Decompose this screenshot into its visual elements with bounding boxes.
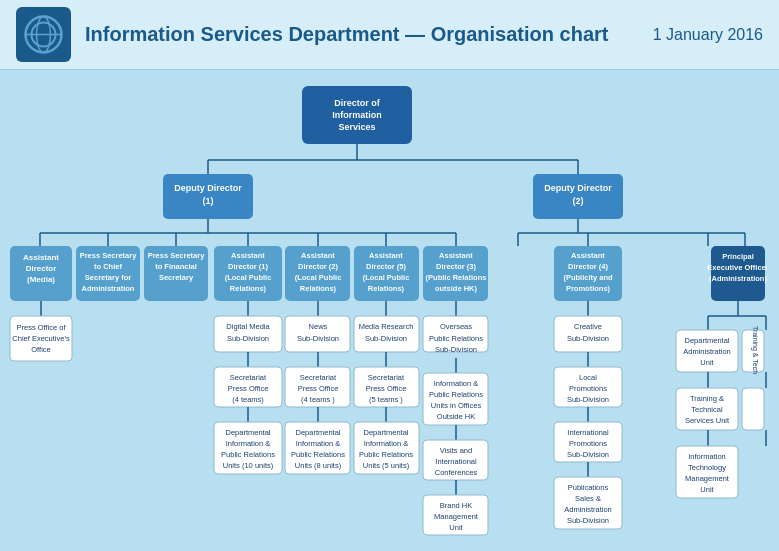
svg-text:Administration: Administration [683,347,731,356]
svg-text:Relations): Relations) [230,284,267,293]
svg-text:Units (8 units): Units (8 units) [295,461,342,470]
svg-text:Management: Management [685,474,730,483]
svg-text:Secretariat: Secretariat [300,373,337,382]
main-org-svg: Director of Information Services Deputy … [8,78,767,551]
page-header: Information Services Department — Organi… [0,0,779,70]
svg-text:Press Office: Press Office [366,384,407,393]
svg-text:International: International [567,428,609,437]
svg-text:Secretary: Secretary [159,273,194,282]
svg-text:Assistant: Assistant [23,253,59,262]
svg-text:(Administration): (Administration) [709,274,767,283]
svg-text:Administration: Administration [564,505,612,514]
svg-text:Units (10 units): Units (10 units) [223,461,274,470]
svg-text:to Financial: to Financial [155,262,197,271]
svg-text:(Media): (Media) [27,275,55,284]
svg-text:Information &: Information & [296,439,341,448]
svg-text:Units in Offices: Units in Offices [431,401,482,410]
svg-text:Departmental: Departmental [295,428,340,437]
svg-text:Deputy Director: Deputy Director [174,183,242,193]
svg-text:Promotions: Promotions [569,384,607,393]
svg-text:Local: Local [579,373,597,382]
svg-text:outside HK): outside HK) [435,284,478,293]
svg-text:(5 teams ): (5 teams ) [369,395,403,404]
svg-text:Brand HK: Brand HK [440,501,473,510]
svg-text:(Publicity and: (Publicity and [563,273,613,282]
svg-text:Unit: Unit [700,485,714,494]
svg-text:Training & Tech: Training & Tech [751,326,759,374]
svg-text:Public Relations: Public Relations [221,450,275,459]
svg-text:Assistant: Assistant [231,251,265,260]
svg-text:News: News [309,322,328,331]
svg-text:Information &: Information & [226,439,271,448]
svg-text:Overseas: Overseas [440,322,472,331]
svg-text:Director (3): Director (3) [436,262,477,271]
svg-text:Secretariat: Secretariat [230,373,267,382]
svg-text:(2): (2) [573,196,584,206]
svg-text:Deputy Director: Deputy Director [544,183,612,193]
svg-text:(Local Public: (Local Public [363,273,410,282]
svg-text:Sub-Division: Sub-Division [365,334,407,343]
svg-text:to Chief: to Chief [94,262,122,271]
svg-text:Departmental: Departmental [684,336,729,345]
svg-text:Relations): Relations) [368,284,405,293]
svg-text:Assistant: Assistant [571,251,605,260]
svg-text:Conferences: Conferences [435,468,478,477]
svg-text:Outside HK: Outside HK [437,412,475,421]
svg-text:Office: Office [31,345,50,354]
svg-text:Services: Services [338,122,375,132]
svg-text:Digital Media: Digital Media [226,322,270,331]
svg-text:Director (2): Director (2) [298,262,339,271]
svg-text:Secretariat: Secretariat [368,373,405,382]
svg-text:Sub-Division: Sub-Division [297,334,339,343]
svg-text:Sub-Division: Sub-Division [567,516,609,525]
svg-text:Director (4): Director (4) [568,262,609,271]
page-title: Information Services Department — Organi… [85,23,653,46]
svg-text:Press Office: Press Office [298,384,339,393]
svg-text:Press Secretary: Press Secretary [148,251,206,260]
svg-text:Public Relations: Public Relations [429,390,483,399]
svg-text:Assistant: Assistant [301,251,335,260]
svg-text:Chief Executive's: Chief Executive's [12,334,70,343]
svg-text:Director of: Director of [334,98,381,108]
svg-text:Departmental: Departmental [363,428,408,437]
svg-text:Units (5 units): Units (5 units) [363,461,410,470]
svg-text:Information: Information [332,110,382,120]
svg-text:Information: Information [688,452,726,461]
svg-text:Press Secretary: Press Secretary [80,251,138,260]
svg-rect-58 [8,78,767,551]
svg-text:(4 teams ): (4 teams ) [301,395,335,404]
svg-text:Executive Officer: Executive Officer [707,263,767,272]
svg-text:(1): (1) [203,196,214,206]
logo [16,7,71,62]
header-date: 1 January 2016 [653,26,763,44]
svg-text:(4 teams): (4 teams) [232,395,264,404]
svg-text:Information &: Information & [364,439,409,448]
svg-text:(Public Relations: (Public Relations [426,273,487,282]
svg-text:Administration: Administration [82,284,135,293]
svg-text:Press Office of: Press Office of [16,323,66,332]
svg-text:Publications: Publications [568,483,609,492]
svg-text:(Local Public: (Local Public [225,273,272,282]
svg-text:Director (1): Director (1) [228,262,269,271]
svg-text:Principal: Principal [722,252,754,261]
svg-text:Sub-Division: Sub-Division [435,345,477,354]
svg-text:Media Research: Media Research [359,322,414,331]
svg-text:Director: Director [26,264,57,273]
svg-text:Sub-Division: Sub-Division [227,334,269,343]
svg-text:Sub-Division: Sub-Division [567,334,609,343]
svg-rect-238 [742,388,764,430]
svg-text:Sub-Division: Sub-Division [567,395,609,404]
svg-text:Visits and: Visits and [440,446,472,455]
svg-text:Assistant: Assistant [439,251,473,260]
svg-text:Unit: Unit [449,523,463,532]
svg-text:(Local Public: (Local Public [295,273,342,282]
svg-text:Public Relations: Public Relations [429,334,483,343]
svg-text:Technical: Technical [691,405,723,414]
svg-text:Assistant: Assistant [369,251,403,260]
svg-text:International: International [435,457,477,466]
svg-text:Management: Management [434,512,479,521]
svg-text:Director (5): Director (5) [366,262,407,271]
svg-text:Training &: Training & [690,394,724,403]
svg-text:Public Relations: Public Relations [291,450,345,459]
svg-text:Services Unit: Services Unit [685,416,730,425]
